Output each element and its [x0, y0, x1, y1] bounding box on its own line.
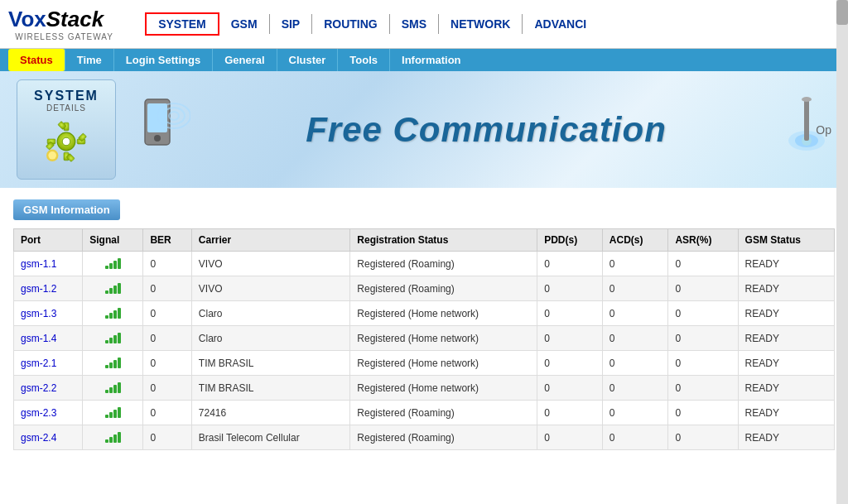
logo: VoxStack	[8, 7, 104, 32]
cell-acd: 0	[602, 276, 668, 301]
col-reg-status: Registration Status	[350, 229, 537, 252]
cell-port: gsm-2.2	[14, 376, 83, 401]
cell-reg-status: Registered (Home network)	[350, 376, 537, 401]
banner-phone-icon	[132, 95, 190, 164]
nav-item-network[interactable]: NETWORK	[439, 14, 523, 34]
table-row: gsm-1.40ClaroRegistered (Home network)00…	[14, 326, 835, 351]
table-row: gsm-1.10VIVORegistered (Roaming)000READY	[14, 252, 835, 276]
cell-signal	[83, 425, 143, 450]
col-acd: ACD(s)	[602, 229, 668, 252]
cell-asr: 0	[668, 301, 738, 326]
col-gsm-status: GSM Status	[738, 229, 834, 252]
sub-nav-login-settings[interactable]: Login Settings	[114, 49, 213, 71]
sub-nav-cluster[interactable]: Cluster	[277, 49, 339, 71]
cell-reg-status: Registered (Home network)	[350, 326, 537, 351]
cell-reg-status: Registered (Roaming)	[350, 276, 537, 301]
col-port: Port	[14, 229, 83, 252]
logo-subtitle: WIRELESS GATEWAY	[8, 32, 120, 41]
nav-item-gsm[interactable]: GSM	[219, 14, 270, 34]
sub-nav-status[interactable]: Status	[8, 49, 65, 71]
cell-ber: 0	[143, 401, 191, 425]
cell-pdd: 0	[537, 252, 603, 276]
table-row: gsm-1.20VIVORegistered (Roaming)000READY	[14, 276, 835, 301]
table-header-row: Port Signal BER Carrier Registration Sta…	[14, 229, 835, 252]
cell-reg-status: Registered (Roaming)	[350, 425, 537, 450]
cell-signal	[83, 326, 143, 351]
table-row: gsm-1.30ClaroRegistered (Home network)00…	[14, 301, 835, 326]
gear-icon	[41, 117, 91, 166]
cell-signal	[83, 351, 143, 376]
table-row: gsm-2.10TIM BRASILRegistered (Home netwo…	[14, 351, 835, 376]
nav-item-sms[interactable]: SMS	[390, 14, 439, 34]
cell-signal	[83, 376, 143, 401]
cell-carrier: TIM BRASIL	[191, 351, 350, 376]
cell-port: gsm-1.3	[14, 301, 83, 326]
banner-system-panel: SYSTEM DETAILS	[17, 79, 116, 180]
cell-asr: 0	[668, 376, 738, 401]
nav-item-sip[interactable]: SIP	[270, 14, 313, 34]
cell-signal	[83, 252, 143, 276]
col-carrier: Carrier	[191, 229, 350, 252]
cell-reg-status: Registered (Roaming)	[350, 252, 537, 276]
scrollbar[interactable]	[836, 0, 848, 462]
cell-asr: 0	[668, 276, 738, 301]
banner-tagline: Free Communication	[199, 110, 773, 150]
cell-port: gsm-1.4	[14, 326, 83, 351]
cell-ber: 0	[143, 425, 191, 450]
cell-pdd: 0	[537, 425, 603, 450]
sub-nav-time[interactable]: Time	[65, 49, 114, 71]
cell-ber: 0	[143, 301, 191, 326]
table-row: gsm-2.20TIM BRASILRegistered (Home netwo…	[14, 376, 835, 401]
cell-carrier: VIVO	[191, 252, 350, 276]
cell-pdd: 0	[537, 276, 603, 301]
table-row: gsm-2.3072416Registered (Roaming)000READ…	[14, 401, 835, 425]
cell-asr: 0	[668, 425, 738, 450]
sub-nav-general[interactable]: General	[213, 49, 277, 71]
cell-gsm-status: READY	[738, 425, 834, 450]
cell-ber: 0	[143, 276, 191, 301]
cell-ber: 0	[143, 351, 191, 376]
main-content: GSM Information Port Signal BER Carrier …	[0, 188, 848, 462]
col-signal: Signal	[83, 229, 143, 252]
header: VoxStack WIRELESS GATEWAY SYSTEM GSM SIP…	[0, 0, 848, 49]
cell-acd: 0	[602, 252, 668, 276]
cell-carrier: Claro	[191, 301, 350, 326]
cell-port: gsm-2.1	[14, 351, 83, 376]
cell-signal	[83, 401, 143, 425]
cell-asr: 0	[668, 252, 738, 276]
cell-gsm-status: READY	[738, 276, 834, 301]
scrollbar-thumb[interactable]	[836, 0, 848, 25]
cell-acd: 0	[602, 351, 668, 376]
nav-item-advanced[interactable]: ADVANCI	[523, 14, 598, 34]
cell-gsm-status: READY	[738, 326, 834, 351]
svg-point-1	[62, 137, 70, 146]
svg-point-11	[48, 151, 56, 160]
svg-point-22	[802, 97, 812, 102]
nav-item-system[interactable]: SYSTEM	[145, 12, 219, 36]
cell-acd: 0	[602, 401, 668, 425]
col-ber: BER	[143, 229, 191, 252]
gsm-info-header[interactable]: GSM Information	[13, 199, 120, 220]
col-pdd: PDD(s)	[537, 229, 603, 252]
svg-rect-21	[804, 99, 809, 141]
cell-acd: 0	[602, 301, 668, 326]
cell-pdd: 0	[537, 301, 603, 326]
cell-pdd: 0	[537, 351, 603, 376]
cell-ber: 0	[143, 252, 191, 276]
table-row: gsm-2.40Brasil Telecom CellularRegistere…	[14, 425, 835, 450]
cell-port: gsm-2.4	[14, 425, 83, 450]
cell-carrier: VIVO	[191, 276, 350, 301]
banner: SYSTEM DETAILS	[0, 71, 848, 188]
cell-pdd: 0	[537, 326, 603, 351]
cell-asr: 0	[668, 351, 738, 376]
cell-signal	[83, 301, 143, 326]
cell-carrier: Brasil Telecom Cellular	[191, 425, 350, 450]
logo-wrap: VoxStack WIRELESS GATEWAY	[8, 7, 120, 41]
cell-port: gsm-2.3	[14, 401, 83, 425]
cell-ber: 0	[143, 326, 191, 351]
sub-nav-information[interactable]: Information	[390, 49, 473, 71]
cell-signal	[83, 276, 143, 301]
sub-nav-tools[interactable]: Tools	[338, 49, 390, 71]
table-body: gsm-1.10VIVORegistered (Roaming)000READY…	[14, 252, 835, 450]
nav-item-routing[interactable]: ROUTING	[312, 14, 390, 34]
